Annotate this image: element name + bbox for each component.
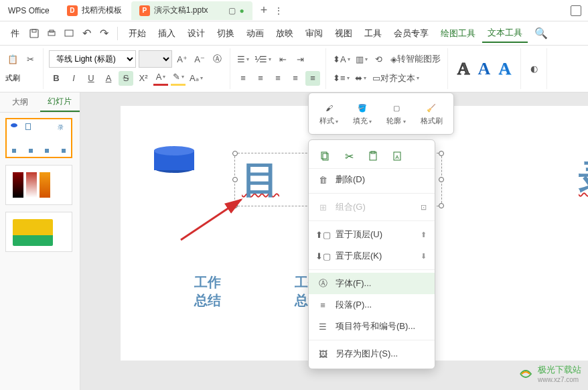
menu-design[interactable]: 设计: [182, 25, 210, 42]
float-format-brush-button[interactable]: 🧹 格式刷: [415, 99, 448, 129]
float-toolbar: 🖌 样式 🪣 填充 ▢ 轮廓 🧹 格式刷: [308, 92, 454, 135]
float-style-button[interactable]: 🖌 样式: [314, 99, 344, 129]
bullets-button[interactable]: ☰: [236, 52, 250, 66]
slides-tab[interactable]: 幻灯片: [40, 92, 80, 112]
clear-format-button[interactable]: Aₐ: [188, 71, 204, 86]
align-text-button[interactable]: ▭ 对齐文本: [371, 71, 421, 86]
ctx-paste-icon[interactable]: [366, 149, 380, 163]
ctx-delete[interactable]: 🗑 删除(D): [309, 169, 435, 190]
font-size-select[interactable]: [139, 50, 172, 68]
decrease-font-icon[interactable]: A⁻: [192, 52, 207, 66]
float-outline-button[interactable]: ▢ 轮廓: [381, 99, 411, 129]
slide-canvas[interactable]: 目 录 工作 总结 工作 总结 工 亡: [80, 92, 588, 390]
menu-animation[interactable]: 动画: [241, 25, 269, 42]
ctx-cut-icon[interactable]: ✂: [342, 149, 356, 163]
menu-view[interactable]: 视图: [329, 25, 358, 42]
front-extra-icon: ⬆: [421, 231, 427, 239]
thumbnail-2[interactable]: [5, 165, 72, 205]
panel-toggle-icon[interactable]: [571, 5, 581, 16]
menu-insert[interactable]: 插入: [153, 25, 181, 42]
menu-member[interactable]: 会员专享: [388, 25, 434, 42]
spacing-button[interactable]: ⬌: [354, 71, 368, 86]
thumbnail-1[interactable]: 录: [5, 118, 72, 158]
ctx-send-back[interactable]: ⬇▢ 置于底层(K) ⬇: [309, 245, 435, 267]
increase-font-icon[interactable]: A⁺: [175, 52, 190, 66]
app-title-tab[interactable]: WPS Office: [0, 1, 58, 20]
search-icon[interactable]: 🔍: [533, 25, 549, 42]
rotate-button[interactable]: ⟲: [372, 52, 386, 66]
submenu-icon: ⊡: [421, 203, 427, 212]
cylinder-shape[interactable]: [154, 146, 194, 173]
emphasis-button[interactable]: A: [101, 71, 116, 86]
new-tab-button[interactable]: +: [261, 3, 268, 17]
template-icon: D: [67, 5, 78, 16]
ctx-font[interactable]: Ⓐ 字体(F)...: [309, 273, 435, 294]
line-spacing-button[interactable]: ⬍≡: [332, 71, 351, 86]
smartart-button[interactable]: ◈ 转智能图形: [389, 52, 442, 66]
preview-icon[interactable]: [61, 25, 77, 42]
menu-start[interactable]: 开始: [123, 25, 151, 42]
outline-tab[interactable]: 大纲: [0, 92, 40, 112]
char-lu-box[interactable]: 录: [579, 154, 588, 205]
text-style-1[interactable]: A: [453, 59, 474, 79]
italic-button[interactable]: I: [66, 71, 81, 86]
ctx-paste-text-icon[interactable]: A: [390, 149, 404, 163]
ctx-paragraph[interactable]: ≡ 段落(P)...: [309, 294, 435, 316]
change-case-icon[interactable]: Ⓐ: [210, 52, 224, 66]
file-tab[interactable]: P 演示文稿1.pptx ▢ ●: [131, 1, 252, 20]
menu-slideshow[interactable]: 放映: [271, 25, 299, 42]
template-tab[interactable]: D 找稻壳模板: [59, 1, 130, 20]
thumbnail-3[interactable]: [5, 212, 72, 252]
watermark-url: www.xz7.com: [538, 376, 581, 383]
ctx-bring-front[interactable]: ⬆▢ 置于顶层(U) ⬆: [309, 224, 435, 245]
bring-front-icon: ⬆▢: [317, 229, 329, 241]
text-fill-icon[interactable]: ◐: [526, 62, 541, 76]
trash-icon: 🗑: [317, 174, 329, 186]
redo-icon[interactable]: ↷: [96, 25, 112, 42]
menu-review[interactable]: 审阅: [300, 25, 328, 42]
ctx-bullets[interactable]: ☰ 项目符号和编号(B)...: [309, 316, 435, 337]
align-right-button[interactable]: ≡: [271, 71, 285, 86]
font-color-button[interactable]: A: [153, 71, 168, 86]
print-icon[interactable]: [44, 25, 60, 42]
status-dot-icon: ●: [240, 6, 244, 15]
align-left-button[interactable]: ≡: [236, 71, 250, 86]
align-justify-button[interactable]: ≡: [288, 71, 303, 86]
paragraph-group: ☰ ⅟☰ ⇤ ⇥ ≡ ≡ ≡ ≡ ≡: [230, 48, 326, 89]
file-menu[interactable]: 件: [5, 25, 25, 42]
menu-drawing-tools[interactable]: 绘图工具: [435, 25, 481, 42]
align-center-button[interactable]: ≡: [253, 71, 268, 86]
superscript-button[interactable]: X²: [136, 71, 151, 86]
thumbnails: 录: [0, 113, 80, 390]
char-lu: 录: [579, 157, 588, 200]
file-tab-icon: P: [139, 5, 150, 16]
text-style-2[interactable]: A: [473, 59, 494, 79]
strikethrough-button[interactable]: S: [119, 71, 133, 86]
columns-button[interactable]: ▥: [354, 52, 369, 66]
menu-tools[interactable]: 工具: [359, 25, 387, 42]
bold-button[interactable]: B: [49, 71, 64, 86]
format-brush-label[interactable]: 式刷: [5, 73, 20, 83]
underline-button[interactable]: U: [84, 71, 98, 86]
font-name-select[interactable]: 等线 Light (标题): [49, 50, 136, 68]
save-icon[interactable]: [26, 25, 42, 42]
numbering-button[interactable]: ⅟☰: [253, 52, 273, 66]
tab-menu-button[interactable]: ⋮: [274, 5, 283, 16]
work-summary-1[interactable]: 工作 总结: [194, 273, 221, 310]
menu-text-tools[interactable]: 文本工具: [482, 24, 528, 43]
highlight-button[interactable]: ✎: [171, 71, 186, 86]
float-fill-button[interactable]: 🪣 填充: [348, 99, 377, 129]
text-direction-button[interactable]: ⬍A: [332, 52, 352, 66]
undo-icon[interactable]: ↶: [78, 25, 94, 42]
paste-icon[interactable]: 📋: [5, 52, 20, 66]
format-brush-icon: 🧹: [425, 101, 438, 115]
ctx-save-image[interactable]: 🖼 另存为图片(S)...: [309, 343, 435, 365]
increase-indent-button[interactable]: ⇥: [293, 52, 307, 66]
menu-transition[interactable]: 切换: [212, 25, 240, 42]
ctx-copy-icon[interactable]: [318, 149, 332, 163]
decrease-indent-button[interactable]: ⇤: [275, 52, 290, 66]
cut-icon[interactable]: ✂: [23, 52, 38, 66]
text-style-3[interactable]: A: [494, 59, 515, 79]
align-distribute-button[interactable]: ≡: [305, 71, 320, 86]
text-styles-group: A A A: [448, 48, 521, 89]
